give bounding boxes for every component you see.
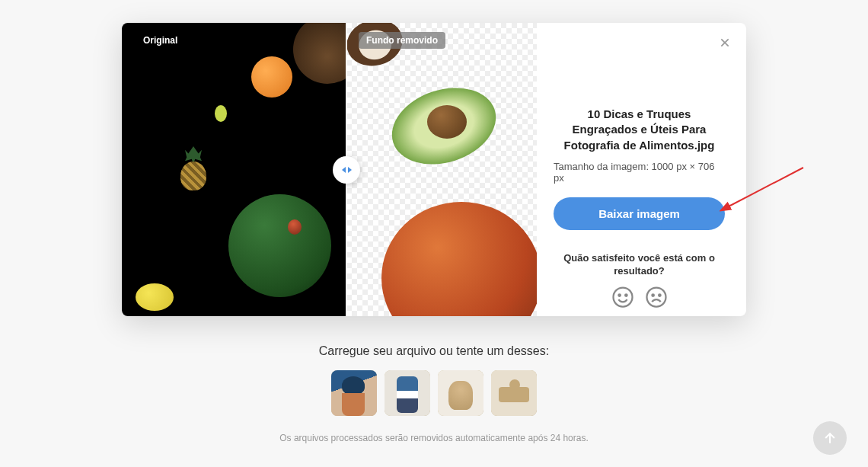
original-image: Original — [122, 23, 346, 316]
svg-point-5 — [646, 287, 665, 306]
sad-face-button[interactable] — [645, 286, 668, 309]
sample-thumbs — [0, 370, 868, 416]
info-panel: 10 Dicas e Truques Engraçados e Úteis Pa… — [537, 23, 746, 316]
sample-thumb-4[interactable] — [491, 370, 537, 416]
satisfaction-question: Quão satisfeito você está com o resultad… — [554, 251, 725, 278]
sample-thumb-1[interactable] — [331, 370, 377, 416]
satisfaction-faces — [611, 286, 668, 309]
scroll-top-button[interactable] — [813, 421, 847, 455]
arrow-left-icon — [342, 167, 346, 173]
svg-point-2 — [613, 287, 632, 306]
download-button[interactable]: Baixar imagem — [554, 197, 725, 230]
orange-fruit — [251, 56, 292, 98]
removed-badge: Fundo removido — [359, 32, 445, 49]
avocado-half — [391, 90, 497, 162]
original-badge: Original — [136, 32, 185, 49]
pineapple-fruit — [179, 146, 208, 190]
image-dimensions: Tamanho da imagem: 1000 px × 706 px — [554, 161, 725, 184]
small-apple — [288, 219, 302, 235]
lime-fruit — [215, 105, 227, 122]
svg-point-3 — [618, 294, 621, 296]
coconut-half — [293, 23, 346, 84]
result-modal: Original Fundo removido — [122, 23, 746, 316]
compare-slider-handle[interactable] — [333, 156, 360, 184]
happy-face-button[interactable] — [611, 286, 634, 309]
close-icon — [719, 37, 731, 49]
svg-point-6 — [652, 294, 654, 296]
pomegranate-fruit — [381, 202, 537, 316]
page-content: Carregue seu arquivo ou tente um desses:… — [0, 344, 868, 443]
upload-prompt: Carregue seu arquivo ou tente um desses: — [0, 344, 868, 358]
file-title: 10 Dicas e Truques Engraçados e Úteis Pa… — [554, 107, 725, 153]
svg-point-4 — [625, 294, 627, 296]
removed-bg-image: Fundo removido — [346, 23, 537, 316]
arrow-up-icon — [822, 430, 838, 446]
arrow-right-icon — [348, 167, 352, 173]
watermelon-fruit — [228, 194, 331, 297]
lemon-fruit — [136, 283, 174, 311]
image-compare: Original Fundo removido — [122, 23, 537, 316]
auto-delete-note: Os arquivos processados serão removidos … — [0, 433, 868, 443]
svg-point-7 — [659, 294, 661, 296]
sample-thumb-2[interactable] — [385, 370, 430, 416]
close-button[interactable] — [716, 34, 734, 52]
sample-thumb-3[interactable] — [438, 370, 483, 416]
